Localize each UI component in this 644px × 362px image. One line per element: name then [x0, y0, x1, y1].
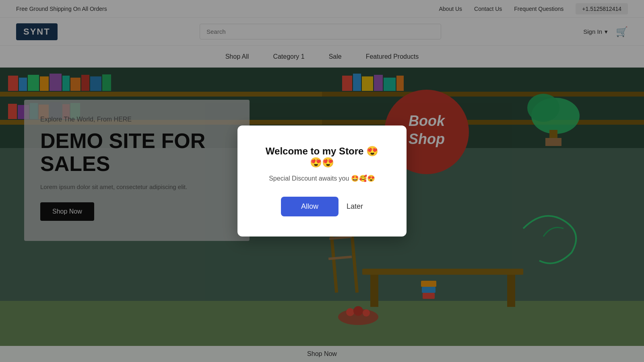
modal-buttons: Allow Later — [262, 197, 382, 216]
allow-button[interactable]: Allow — [281, 197, 339, 216]
welcome-modal: Welcome to my Store 😍😍😍 Special Discount… — [237, 125, 407, 237]
modal-overlay: Welcome to my Store 😍😍😍 Special Discount… — [0, 0, 644, 362]
modal-title: Welcome to my Store 😍😍😍 — [262, 146, 382, 168]
later-button[interactable]: Later — [347, 202, 363, 211]
modal-subtitle: Special Discount awaits you 🤩🥰😍 — [262, 175, 382, 182]
